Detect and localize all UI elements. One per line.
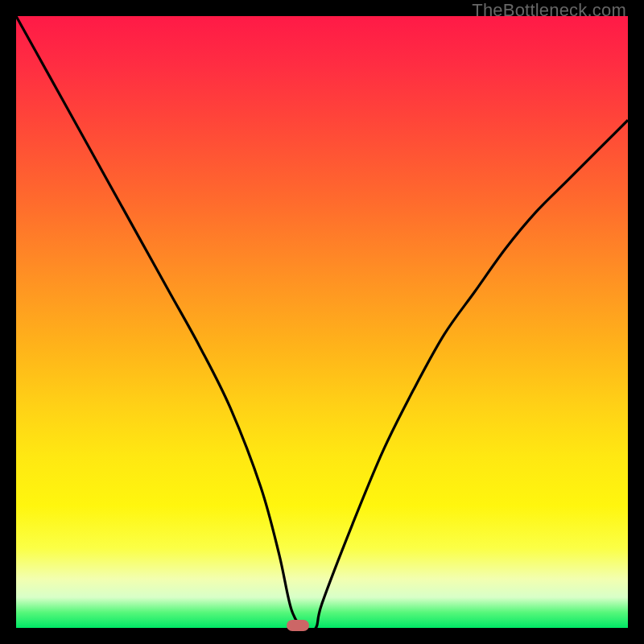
watermark-text: TheBottleneck.com — [472, 0, 626, 21]
curve-path — [16, 16, 628, 628]
optimal-point-marker — [287, 620, 309, 631]
bottleneck-curve — [16, 16, 628, 628]
chart-frame — [16, 16, 628, 628]
